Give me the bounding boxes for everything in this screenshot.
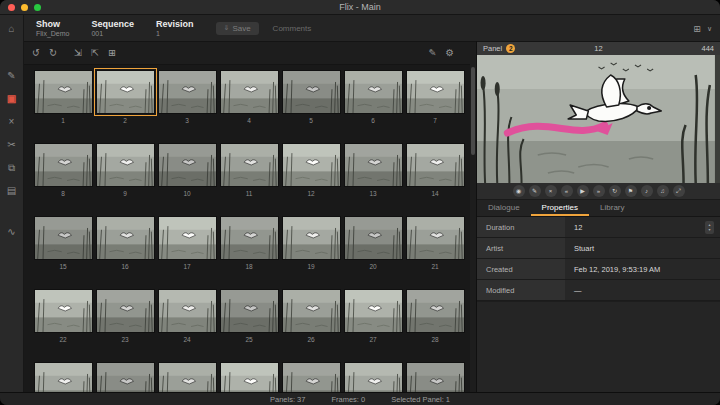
storyboard-panel[interactable]: 20	[342, 217, 404, 273]
storyboard-panel[interactable]: 26	[280, 290, 342, 346]
storyboard-panel[interactable]: 17	[156, 217, 218, 273]
sequence-field[interactable]: Sequence 001	[91, 19, 134, 38]
chevron-down-icon[interactable]: ∨	[707, 25, 712, 33]
scissors-icon[interactable]: ✂	[0, 136, 24, 153]
draw-mode-icon[interactable]: ✎	[429, 43, 437, 63]
storyboard-panel[interactable]: 3	[156, 71, 218, 127]
settings-gear-icon[interactable]: ⚙	[445, 43, 454, 63]
storyboard-panel[interactable]: 1	[32, 71, 94, 127]
storyboard-panel[interactable]: 4	[218, 71, 280, 127]
panel-thumbnail-art	[221, 217, 278, 259]
panel-thumbnail-art	[221, 144, 278, 186]
panel-number: 15	[32, 263, 94, 270]
storyboard-panel[interactable]: 6	[342, 71, 404, 127]
annotate-icon[interactable]: ✎	[529, 185, 541, 197]
panel-number: 11	[218, 190, 280, 197]
tab-properties[interactable]: Properties	[531, 200, 589, 216]
view-grid-icon[interactable]: ⊞	[693, 24, 701, 34]
new-panel-icon[interactable]: ⊞	[108, 43, 116, 63]
marker-icon[interactable]: ⚑	[625, 185, 637, 197]
panel-number: 7	[404, 117, 466, 124]
storyboard-panel[interactable]: 14	[404, 144, 466, 200]
panel-number: 10	[156, 190, 218, 197]
panel-number: 21	[404, 263, 466, 270]
show-label: Show	[36, 19, 69, 29]
header-bar: Show Flix_Demo Sequence 001 Revision 1 ⇓…	[24, 15, 720, 42]
property-value: Feb 12, 2019, 9:53:19 AM	[565, 259, 720, 279]
storyboard-panel[interactable]: 19	[280, 217, 342, 273]
storyboard-panel[interactable]: 27	[342, 290, 404, 346]
storyboard-panel[interactable]: 2	[94, 71, 156, 127]
storyboard-panel[interactable]: 33	[280, 363, 342, 392]
preview-canvas[interactable]	[477, 55, 720, 183]
storyboard-panel[interactable]: 35	[404, 363, 466, 392]
pen-tool-icon[interactable]: ✎	[0, 67, 24, 84]
home-icon[interactable]: ⌂	[0, 20, 24, 37]
panel-number: 2	[94, 117, 156, 124]
mic-icon[interactable]: ♪	[641, 185, 653, 197]
storyboard-panel[interactable]: 16	[94, 217, 156, 273]
storyboard-panel[interactable]: 28	[404, 290, 466, 346]
volume-icon[interactable]: ♫	[657, 185, 669, 197]
storyboard-panel[interactable]: 7	[404, 71, 466, 127]
storyboard-panel[interactable]: 8	[32, 144, 94, 200]
storyboard-panel[interactable]: 22	[32, 290, 94, 346]
storyboard-panel[interactable]: 32	[218, 363, 280, 392]
storyboard-panel[interactable]: 15	[32, 217, 94, 273]
panels-tool-icon[interactable]: ▣	[0, 90, 24, 107]
prev-panel-icon[interactable]: «	[561, 185, 573, 197]
delete-panel-icon[interactable]: ×	[545, 185, 557, 197]
tab-dialogue[interactable]: Dialogue	[477, 200, 531, 216]
panel-thumbnail-art	[407, 363, 464, 392]
panel-number: 16	[94, 263, 156, 270]
panel-thumbnail-art	[35, 71, 92, 113]
play-icon[interactable]: ▶	[577, 185, 589, 197]
undo-icon[interactable]: ↺	[32, 43, 40, 63]
save-button[interactable]: ⇓ Save	[216, 22, 259, 35]
comments-button[interactable]: Comments	[273, 24, 312, 33]
storyboard-panel[interactable]: 31	[156, 363, 218, 392]
panel-thumbnail-art	[407, 71, 464, 113]
fullscreen-icon[interactable]: ⤢	[673, 185, 685, 197]
duplicate-icon[interactable]: ⧉	[0, 159, 24, 176]
storyboard-panel[interactable]: 10	[156, 144, 218, 200]
storyboard-panel[interactable]: 30	[94, 363, 156, 392]
export-icon[interactable]: ⇱	[91, 43, 99, 63]
panel-number: 19	[280, 263, 342, 270]
storyboard-panel[interactable]: 25	[218, 290, 280, 346]
panel-thumbnail-art	[345, 144, 402, 186]
storyboard-panel[interactable]: 9	[94, 144, 156, 200]
status-selected-panel: Selected Panel: 1	[391, 395, 450, 404]
trash-icon[interactable]: ×	[0, 113, 24, 130]
panel-thumbnail-art	[345, 217, 402, 259]
panel-thumbnail-art	[97, 217, 154, 259]
redo-icon[interactable]: ↻	[49, 43, 57, 63]
panel-number: 27	[342, 336, 404, 343]
duration-value: 12	[574, 217, 582, 238]
snapshot-icon[interactable]: ◉	[513, 185, 525, 197]
next-panel-icon[interactable]: »	[593, 185, 605, 197]
revision-field[interactable]: Revision 1	[156, 19, 194, 38]
status-bar: Panels: 37 Frames: 0 Selected Panel: 1	[0, 392, 720, 405]
property-value: Stuart	[565, 238, 720, 258]
storyboard-panel[interactable]: 5	[280, 71, 342, 127]
storyboard-panel[interactable]: 13	[342, 144, 404, 200]
show-field[interactable]: Show Flix_Demo	[36, 19, 69, 38]
storyboard-panel[interactable]: 21	[404, 217, 466, 273]
duration-stepper[interactable]: ▴▾	[705, 221, 714, 234]
storyboard-panel[interactable]: 29	[32, 363, 94, 392]
clipboard-icon[interactable]: ▤	[0, 182, 24, 199]
loop-icon[interactable]: ↻	[609, 185, 621, 197]
scrollbar-thumb[interactable]	[471, 67, 475, 155]
storyboard-panel[interactable]: 24	[156, 290, 218, 346]
storyboard-panel[interactable]: 12	[280, 144, 342, 200]
panel-number: 13	[342, 190, 404, 197]
storyboard-panel[interactable]: 23	[94, 290, 156, 346]
tab-library[interactable]: Library	[589, 200, 635, 216]
revision-value: 1	[156, 30, 194, 38]
storyboard-panel[interactable]: 18	[218, 217, 280, 273]
storyboard-panel[interactable]: 11	[218, 144, 280, 200]
storyboard-panel[interactable]: 34	[342, 363, 404, 392]
waveform-icon[interactable]: ∿	[0, 223, 24, 240]
import-icon[interactable]: ⇲	[74, 43, 82, 63]
